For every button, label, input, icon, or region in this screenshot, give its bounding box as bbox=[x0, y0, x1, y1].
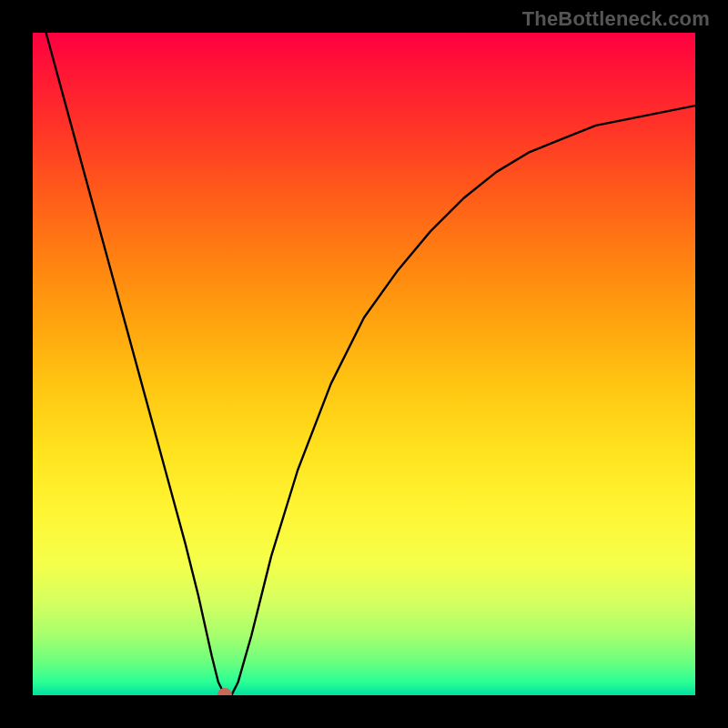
plot-area bbox=[33, 33, 695, 695]
background-gradient bbox=[33, 33, 695, 695]
watermark-text: TheBottleneck.com bbox=[522, 7, 710, 31]
chart-frame: TheBottleneck.com bbox=[0, 0, 728, 728]
